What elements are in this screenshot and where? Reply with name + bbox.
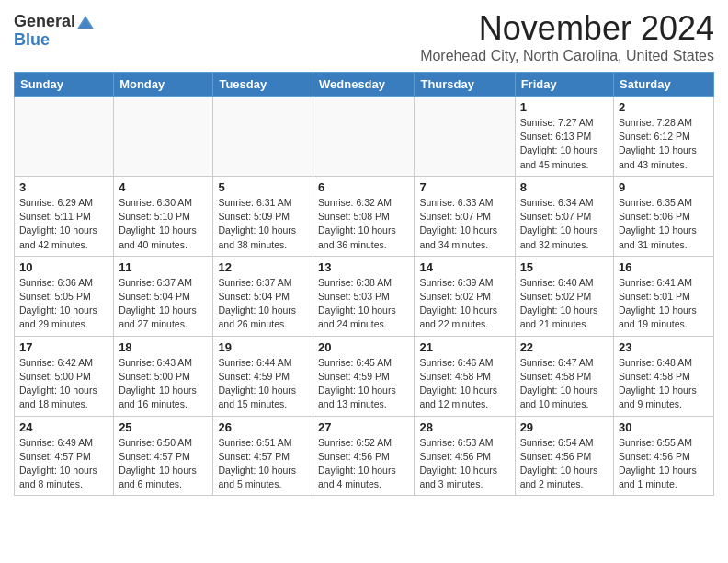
calendar-cell: 15Sunrise: 6:40 AMSunset: 5:02 PMDayligh… (515, 256, 613, 336)
day-info: Sunrise: 6:39 AMSunset: 5:02 PMDaylight:… (419, 276, 509, 332)
day-info: Sunrise: 7:28 AMSunset: 6:12 PMDaylight:… (619, 116, 709, 172)
day-number: 24 (19, 420, 108, 434)
calendar-cell: 26Sunrise: 6:51 AMSunset: 4:57 PMDayligh… (213, 416, 313, 496)
day-number: 25 (119, 420, 208, 434)
day-number: 2 (619, 100, 709, 114)
calendar-cell: 22Sunrise: 6:47 AMSunset: 4:58 PMDayligh… (515, 336, 613, 416)
day-info: Sunrise: 6:40 AMSunset: 5:02 PMDaylight:… (520, 276, 609, 332)
calendar-cell (313, 97, 415, 177)
day-number: 20 (318, 340, 409, 354)
weekday-header-wednesday: Wednesday (313, 73, 415, 97)
day-number: 13 (318, 260, 409, 274)
day-info: Sunrise: 6:42 AMSunset: 5:00 PMDaylight:… (19, 356, 108, 412)
day-number: 10 (19, 260, 108, 274)
day-number: 22 (520, 340, 609, 354)
week-row-3: 10Sunrise: 6:36 AMSunset: 5:05 PMDayligh… (15, 256, 714, 336)
day-info: Sunrise: 6:46 AMSunset: 4:58 PMDaylight:… (419, 356, 509, 412)
day-number: 16 (619, 260, 709, 274)
day-number: 27 (318, 420, 409, 434)
calendar-cell: 27Sunrise: 6:52 AMSunset: 4:56 PMDayligh… (313, 416, 415, 496)
calendar-table: SundayMondayTuesdayWednesdayThursdayFrid… (14, 72, 714, 496)
day-number: 5 (218, 180, 308, 194)
day-number: 23 (619, 340, 709, 354)
day-info: Sunrise: 6:53 AMSunset: 4:56 PMDaylight:… (419, 436, 509, 492)
title-area: November 2024 Morehead City, North Carol… (420, 9, 714, 64)
day-info: Sunrise: 6:38 AMSunset: 5:03 PMDaylight:… (318, 276, 409, 332)
day-number: 19 (218, 340, 308, 354)
calendar-cell: 14Sunrise: 6:39 AMSunset: 5:02 PMDayligh… (415, 256, 515, 336)
calendar-cell: 12Sunrise: 6:37 AMSunset: 5:04 PMDayligh… (213, 256, 313, 336)
calendar-cell: 5Sunrise: 6:31 AMSunset: 5:09 PMDaylight… (213, 176, 313, 256)
calendar-cell (114, 97, 213, 177)
day-number: 3 (19, 180, 108, 194)
calendar-cell: 13Sunrise: 6:38 AMSunset: 5:03 PMDayligh… (313, 256, 415, 336)
logo-icon (77, 16, 94, 29)
week-row-4: 17Sunrise: 6:42 AMSunset: 5:00 PMDayligh… (15, 336, 714, 416)
day-info: Sunrise: 6:29 AMSunset: 5:11 PMDaylight:… (19, 196, 108, 252)
day-number: 9 (619, 180, 709, 194)
day-number: 6 (318, 180, 409, 194)
weekday-header-monday: Monday (114, 73, 213, 97)
weekday-header-thursday: Thursday (415, 73, 515, 97)
calendar-cell (415, 97, 515, 177)
calendar-cell: 1Sunrise: 7:27 AMSunset: 6:13 PMDaylight… (515, 97, 613, 177)
calendar-cell: 2Sunrise: 7:28 AMSunset: 6:12 PMDaylight… (614, 97, 714, 177)
day-info: Sunrise: 6:51 AMSunset: 4:57 PMDaylight:… (218, 436, 308, 492)
day-info: Sunrise: 6:44 AMSunset: 4:59 PMDaylight:… (218, 356, 308, 412)
calendar-cell: 10Sunrise: 6:36 AMSunset: 5:05 PMDayligh… (15, 256, 114, 336)
day-number: 7 (419, 180, 509, 194)
calendar-cell: 25Sunrise: 6:50 AMSunset: 4:57 PMDayligh… (114, 416, 213, 496)
calendar-cell: 8Sunrise: 6:34 AMSunset: 5:07 PMDaylight… (515, 176, 613, 256)
day-info: Sunrise: 6:36 AMSunset: 5:05 PMDaylight:… (19, 276, 108, 332)
calendar-cell: 7Sunrise: 6:33 AMSunset: 5:07 PMDaylight… (415, 176, 515, 256)
day-info: Sunrise: 6:41 AMSunset: 5:01 PMDaylight:… (619, 276, 709, 332)
day-info: Sunrise: 6:37 AMSunset: 5:04 PMDaylight:… (119, 276, 208, 332)
day-number: 15 (520, 260, 609, 274)
logo-blue-text: Blue (14, 31, 50, 50)
day-info: Sunrise: 6:37 AMSunset: 5:04 PMDaylight:… (218, 276, 308, 332)
day-number: 29 (520, 420, 609, 434)
location-subtitle: Morehead City, North Carolina, United St… (420, 48, 714, 64)
calendar-cell: 21Sunrise: 6:46 AMSunset: 4:58 PMDayligh… (415, 336, 515, 416)
calendar-cell: 3Sunrise: 6:29 AMSunset: 5:11 PMDaylight… (15, 176, 114, 256)
calendar-cell: 29Sunrise: 6:54 AMSunset: 4:56 PMDayligh… (515, 416, 613, 496)
calendar-cell (213, 97, 313, 177)
day-number: 14 (419, 260, 509, 274)
day-info: Sunrise: 6:35 AMSunset: 5:06 PMDaylight:… (619, 196, 709, 252)
calendar-cell: 23Sunrise: 6:48 AMSunset: 4:58 PMDayligh… (614, 336, 714, 416)
day-info: Sunrise: 6:54 AMSunset: 4:56 PMDaylight:… (520, 436, 609, 492)
weekday-header-saturday: Saturday (614, 73, 714, 97)
logo: General Blue (14, 13, 94, 50)
day-info: Sunrise: 6:32 AMSunset: 5:08 PMDaylight:… (318, 196, 409, 252)
day-number: 28 (419, 420, 509, 434)
day-number: 8 (520, 180, 609, 194)
calendar-cell: 20Sunrise: 6:45 AMSunset: 4:59 PMDayligh… (313, 336, 415, 416)
day-number: 21 (419, 340, 509, 354)
day-info: Sunrise: 6:30 AMSunset: 5:10 PMDaylight:… (119, 196, 208, 252)
day-number: 1 (520, 100, 609, 114)
day-info: Sunrise: 6:45 AMSunset: 4:59 PMDaylight:… (318, 356, 409, 412)
calendar-cell: 18Sunrise: 6:43 AMSunset: 5:00 PMDayligh… (114, 336, 213, 416)
day-info: Sunrise: 6:34 AMSunset: 5:07 PMDaylight:… (520, 196, 609, 252)
day-number: 4 (119, 180, 208, 194)
month-title: November 2024 (420, 9, 714, 48)
day-info: Sunrise: 6:55 AMSunset: 4:56 PMDaylight:… (619, 436, 709, 492)
day-info: Sunrise: 6:47 AMSunset: 4:58 PMDaylight:… (520, 356, 609, 412)
calendar-cell: 9Sunrise: 6:35 AMSunset: 5:06 PMDaylight… (614, 176, 714, 256)
day-number: 11 (119, 260, 208, 274)
day-info: Sunrise: 6:33 AMSunset: 5:07 PMDaylight:… (419, 196, 509, 252)
day-number: 17 (19, 340, 108, 354)
day-info: Sunrise: 6:31 AMSunset: 5:09 PMDaylight:… (218, 196, 308, 252)
calendar-cell: 16Sunrise: 6:41 AMSunset: 5:01 PMDayligh… (614, 256, 714, 336)
week-row-2: 3Sunrise: 6:29 AMSunset: 5:11 PMDaylight… (15, 176, 714, 256)
calendar-cell: 24Sunrise: 6:49 AMSunset: 4:57 PMDayligh… (15, 416, 114, 496)
calendar-cell: 4Sunrise: 6:30 AMSunset: 5:10 PMDaylight… (114, 176, 213, 256)
calendar-cell: 6Sunrise: 6:32 AMSunset: 5:08 PMDaylight… (313, 176, 415, 256)
weekday-header-row: SundayMondayTuesdayWednesdayThursdayFrid… (15, 73, 714, 97)
week-row-5: 24Sunrise: 6:49 AMSunset: 4:57 PMDayligh… (15, 416, 714, 496)
day-number: 12 (218, 260, 308, 274)
logo-general-text: General (14, 13, 75, 31)
weekday-header-tuesday: Tuesday (213, 73, 313, 97)
day-info: Sunrise: 6:50 AMSunset: 4:57 PMDaylight:… (119, 436, 208, 492)
day-number: 18 (119, 340, 208, 354)
